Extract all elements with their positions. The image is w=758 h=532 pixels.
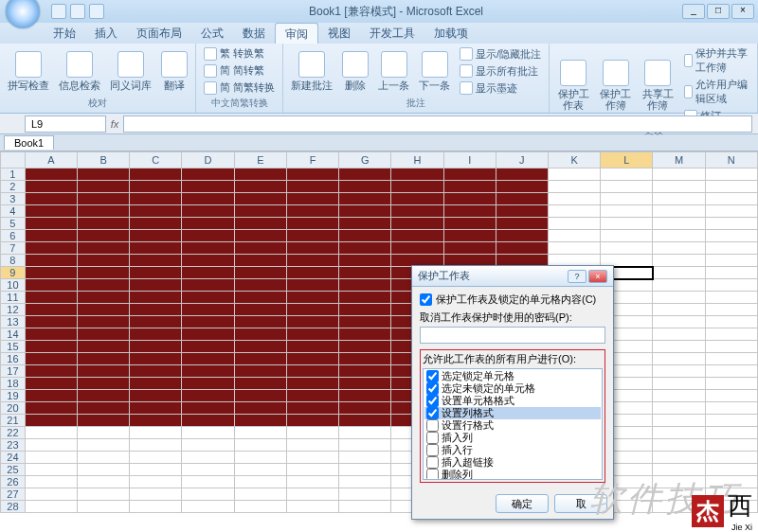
cell[interactable] (653, 452, 705, 464)
cell[interactable] (653, 341, 705, 353)
cell[interactable] (182, 255, 234, 267)
tab-插入[interactable]: 插入 (85, 23, 127, 44)
cell[interactable] (705, 390, 757, 402)
row-header[interactable]: 28 (1, 501, 26, 513)
cell[interactable] (496, 218, 548, 230)
cell[interactable] (78, 230, 130, 242)
cell[interactable] (234, 205, 286, 218)
tab-审阅[interactable]: 审阅 (275, 23, 318, 44)
perm-checkbox[interactable] (426, 395, 439, 407)
cell[interactable] (705, 427, 757, 439)
cell[interactable] (653, 193, 705, 205)
cell[interactable] (25, 439, 77, 452)
row-header[interactable]: 10 (1, 279, 26, 292)
cell[interactable] (130, 341, 182, 353)
cell[interactable] (234, 168, 286, 181)
cell[interactable] (182, 279, 234, 292)
cell[interactable] (339, 230, 391, 242)
cell[interactable] (548, 230, 600, 242)
cell[interactable] (130, 255, 182, 267)
cell[interactable] (653, 304, 705, 316)
ribbon-简 简繁转换[interactable]: 简 简繁转换 (202, 80, 277, 96)
cell[interactable] (705, 304, 757, 316)
cell[interactable] (25, 218, 77, 230)
cell[interactable] (653, 168, 705, 181)
dialog-titlebar[interactable]: 保护工作表 ? × (412, 266, 613, 287)
cell[interactable] (234, 390, 286, 402)
cell[interactable] (443, 205, 496, 218)
cell[interactable] (25, 378, 77, 390)
cell[interactable] (130, 242, 182, 255)
perm-item[interactable]: 设置单元格格式 (424, 395, 601, 407)
tab-数据[interactable]: 数据 (233, 23, 275, 44)
cell[interactable] (182, 168, 234, 181)
cell[interactable] (653, 402, 705, 415)
cell[interactable] (78, 464, 130, 476)
cell[interactable] (286, 242, 338, 255)
maximize-icon[interactable]: □ (707, 4, 730, 19)
qat-save-icon[interactable] (51, 4, 66, 19)
cell[interactable] (25, 242, 77, 255)
cell[interactable] (130, 230, 182, 242)
dialog-help-icon[interactable]: ? (568, 270, 587, 283)
cell[interactable] (653, 427, 705, 439)
qat-undo-icon[interactable] (70, 4, 85, 19)
cell[interactable] (78, 316, 130, 328)
cell[interactable] (601, 218, 653, 230)
cell[interactable] (78, 390, 130, 402)
row-header[interactable]: 18 (1, 378, 26, 390)
cell[interactable] (653, 316, 705, 328)
cell[interactable] (130, 365, 182, 378)
cell[interactable] (286, 476, 338, 488)
cell[interactable] (25, 476, 77, 488)
cell[interactable] (286, 378, 338, 390)
cell[interactable] (653, 488, 705, 501)
cell[interactable] (286, 316, 338, 328)
cell[interactable] (182, 353, 234, 365)
row-header[interactable]: 1 (1, 168, 26, 181)
cell[interactable] (601, 205, 653, 218)
col-header[interactable]: C (130, 152, 182, 168)
cell[interactable] (339, 205, 391, 218)
perm-item[interactable]: 删除列 (424, 469, 601, 480)
cell[interactable] (130, 476, 182, 488)
cell[interactable] (78, 255, 130, 267)
cell[interactable] (78, 168, 130, 181)
cell[interactable] (339, 488, 391, 501)
cell[interactable] (130, 415, 182, 427)
cell[interactable] (391, 205, 443, 218)
cell[interactable] (705, 328, 757, 341)
col-header[interactable]: B (78, 152, 130, 168)
cell[interactable] (339, 193, 391, 205)
cell[interactable] (548, 218, 600, 230)
cell[interactable] (705, 439, 757, 452)
row-header[interactable]: 11 (1, 292, 26, 304)
cell[interactable] (182, 193, 234, 205)
cell[interactable] (496, 230, 548, 242)
cell[interactable] (234, 328, 286, 341)
cell[interactable] (286, 218, 338, 230)
cell[interactable] (601, 168, 653, 181)
cell[interactable] (25, 279, 77, 292)
cell[interactable] (286, 501, 338, 513)
cell[interactable] (339, 402, 391, 415)
cell[interactable] (339, 279, 391, 292)
cell[interactable] (286, 279, 338, 292)
cell[interactable] (496, 168, 548, 181)
cell[interactable] (234, 464, 286, 476)
cell[interactable] (339, 501, 391, 513)
cell[interactable] (25, 304, 77, 316)
cell[interactable] (130, 439, 182, 452)
cell[interactable] (286, 181, 338, 193)
cell[interactable] (234, 255, 286, 267)
formula-input[interactable] (123, 115, 752, 133)
cell[interactable] (78, 378, 130, 390)
cell[interactable] (339, 316, 391, 328)
cell[interactable] (653, 267, 705, 279)
cell[interactable] (391, 230, 443, 242)
cell[interactable] (286, 205, 338, 218)
cell[interactable] (25, 452, 77, 464)
cell[interactable] (130, 378, 182, 390)
cell[interactable] (182, 501, 234, 513)
cell[interactable] (130, 292, 182, 304)
